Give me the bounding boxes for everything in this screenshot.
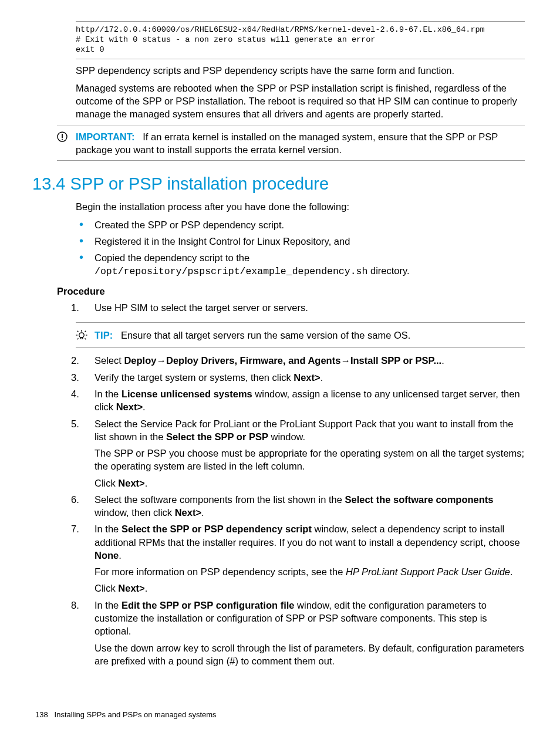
step-1: Use HP SIM to select the target server o…	[57, 301, 525, 314]
procedure-list-cont: Select Deploy→Deploy Drivers, Firmware, …	[57, 354, 525, 667]
step-7: In the Select the SPP or PSP dependency …	[57, 522, 525, 595]
paragraph: Managed systems are rebooted when the SP…	[76, 82, 525, 121]
tip-icon	[76, 329, 87, 342]
tip-label: TIP:	[95, 330, 113, 340]
svg-point-3	[79, 333, 84, 337]
important-icon	[57, 131, 69, 142]
svg-rect-2	[62, 139, 63, 140]
step-4: In the License unlicensed systems window…	[57, 387, 525, 414]
svg-rect-4	[80, 337, 83, 339]
tip-text: Ensure that all target servers run the s…	[121, 330, 410, 340]
svg-line-11	[85, 339, 86, 340]
footer-title: Installing SPPs and PSPs on managed syst…	[55, 710, 217, 719]
important-notice: IMPORTANT: If an errata kernel is instal…	[57, 126, 525, 161]
page-footer: 138 Installing SPPs and PSPs on managed …	[35, 710, 217, 720]
step-5: Select the Service Pack for ProLiant or …	[57, 417, 525, 490]
list-item: Registered it in the Insight Control for…	[76, 235, 525, 248]
page-number: 138	[35, 710, 48, 719]
page-content: http//172.0.0.4:60000/os/RHEL6ESU2-x64/R…	[57, 21, 525, 671]
paragraph: Begin the installation process after you…	[76, 200, 525, 213]
section-heading: 13.4 SPP or PSP installation procedure	[32, 173, 525, 195]
procedure-list: Use HP SIM to select the target server o…	[57, 301, 525, 314]
important-text: If an errata kernel is installed on the …	[76, 131, 498, 155]
bullet-list: Created the SPP or PSP dependency script…	[76, 218, 525, 279]
svg-line-9	[85, 331, 86, 332]
tip-notice: TIP: Ensure that all target servers run …	[76, 322, 525, 348]
step-6: Select the software components from the …	[57, 493, 525, 519]
list-item: Copied the dependency script to the /opt…	[76, 251, 525, 279]
step-8: In the Edit the SPP or PSP configuration…	[57, 599, 525, 667]
svg-line-8	[77, 331, 79, 332]
list-item: Created the SPP or PSP dependency script…	[76, 218, 525, 231]
svg-rect-1	[62, 134, 63, 138]
step-3: Verify the target system or systems, the…	[57, 371, 525, 384]
svg-line-10	[77, 339, 79, 340]
important-label: IMPORTANT:	[76, 131, 135, 142]
code-block: http//172.0.0.4:60000/os/RHEL6ESU2-x64/R…	[76, 21, 525, 59]
procedure-heading: Procedure	[57, 285, 525, 298]
paragraph: SPP dependency scripts and PSP dependenc…	[76, 64, 525, 77]
step-2: Select Deploy→Deploy Drivers, Firmware, …	[57, 354, 525, 367]
